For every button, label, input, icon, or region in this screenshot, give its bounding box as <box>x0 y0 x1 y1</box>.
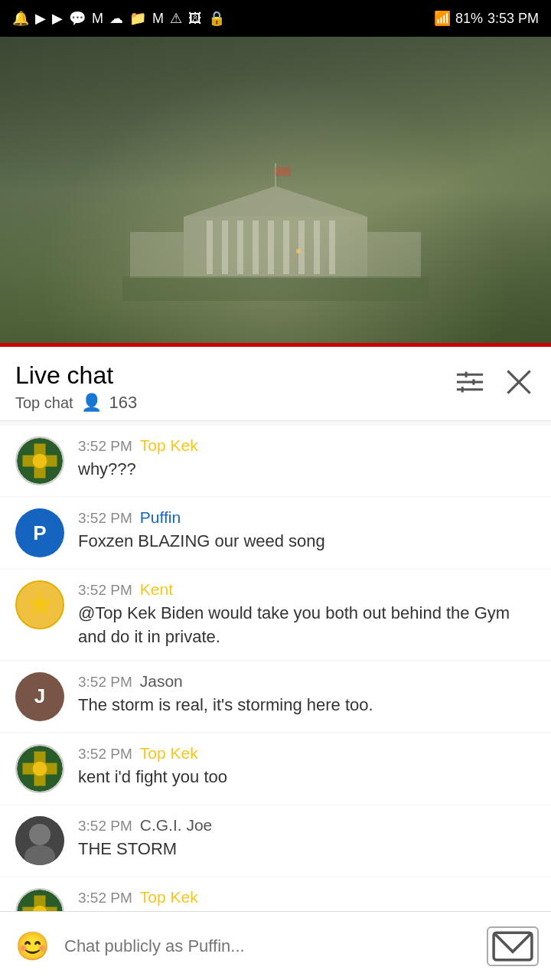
svg-rect-4 <box>237 220 243 274</box>
folder-icon: 📁 <box>129 10 146 27</box>
chat-header-actions <box>453 361 536 399</box>
svg-rect-3 <box>222 220 228 274</box>
live-chat-title: Live chat <box>15 361 137 390</box>
chat-header: Live chat Top chat 👤 163 <box>0 347 551 421</box>
chat-input[interactable] <box>64 926 474 966</box>
message-author: Top Kek <box>140 436 198 455</box>
chat-header-info: Live chat Top chat 👤 163 <box>15 361 137 413</box>
svg-point-17 <box>296 249 301 253</box>
message-author: Jason <box>140 672 183 691</box>
list-item: 3:52 PMTop Kekwhy??? <box>0 426 551 496</box>
message-time: 3:52 PM <box>78 438 132 455</box>
svg-rect-5 <box>253 220 259 274</box>
lock-icon: 🔒 <box>208 10 225 27</box>
message-text: @Top Kek Biden would take you both out b… <box>78 602 536 649</box>
list-item: ★3:52 PMKent@Top Kek Biden would take yo… <box>0 570 551 660</box>
message-icon: 💬 <box>69 10 86 27</box>
emoji-button[interactable]: 😊 <box>12 926 52 966</box>
message-text: why??? <box>78 458 536 482</box>
svg-point-33 <box>33 762 47 776</box>
filter-icon <box>453 365 487 399</box>
close-icon <box>502 365 536 399</box>
message-time: 3:52 PM <box>78 674 132 691</box>
svg-point-29 <box>33 454 47 469</box>
youtube2-icon: ▶ <box>52 10 63 27</box>
wifi-icon: 📶 <box>434 10 451 27</box>
meta-icon: M <box>92 11 103 27</box>
notification-icon: 🔔 <box>12 10 29 27</box>
top-chat-subtitle: Top chat 👤 163 <box>15 393 137 413</box>
send-button[interactable] <box>487 926 539 966</box>
svg-rect-16 <box>122 276 429 301</box>
message-time: 3:52 PM <box>78 510 132 527</box>
video-progress-bar[interactable] <box>0 343 551 347</box>
list-item: P3:52 PMPuffinFoxzen BLAZING our weed so… <box>0 498 551 568</box>
svg-rect-10 <box>329 220 335 274</box>
list-item: 3:52 PMTop Kekkent i'd fight you too <box>0 733 551 804</box>
video-thumbnail <box>122 163 429 301</box>
avatar <box>15 436 64 485</box>
viewer-count: 163 <box>109 393 138 413</box>
status-icons-right: 📶 81% 3:53 PM <box>434 10 539 27</box>
svg-rect-7 <box>283 220 289 274</box>
avatar: P <box>15 508 64 557</box>
time-display: 3:53 PM <box>487 11 539 27</box>
cloud-icon: ☁ <box>109 10 123 27</box>
svg-rect-8 <box>298 220 305 274</box>
message-time: 3:52 PM <box>78 818 132 835</box>
close-button[interactable] <box>502 365 536 399</box>
message-time: 3:52 PM <box>78 746 132 763</box>
warning-icon: ⚠ <box>170 10 182 27</box>
messages-list: 3:52 PMTop Kekwhy???P3:52 PMPuffinFoxzen… <box>0 421 551 980</box>
svg-rect-2 <box>207 220 213 274</box>
svg-rect-12 <box>130 232 184 278</box>
message-author: Kent <box>140 580 173 599</box>
message-author: Top Kek <box>140 888 198 906</box>
list-item: 3:52 PMC.G.I. JoeTHE STORM <box>0 805 551 876</box>
m2-icon: M <box>152 11 164 27</box>
list-item: J3:52 PMJasonThe storm is real, it's sto… <box>0 662 551 732</box>
chat-input-bar: 😊 <box>0 911 551 980</box>
message-time: 3:52 PM <box>78 890 132 906</box>
message-text: Foxzen BLAZING our weed song <box>78 530 536 554</box>
youtube-icon: ▶ <box>35 10 46 27</box>
message-text: THE STORM <box>78 838 536 861</box>
svg-rect-13 <box>367 232 421 278</box>
svg-rect-15 <box>276 167 291 176</box>
status-icons-left: 🔔 ▶ ▶ 💬 M ☁ 📁 M ⚠ 🖼 🔒 <box>12 10 225 27</box>
svg-point-35 <box>29 824 51 845</box>
filter-button[interactable] <box>453 365 487 399</box>
message-author: Puffin <box>140 508 181 527</box>
svg-rect-6 <box>268 220 274 274</box>
message-text: The storm is real, it's storming here to… <box>78 694 536 717</box>
message-author: C.G.I. Joe <box>140 816 213 835</box>
avatar: J <box>15 672 64 721</box>
send-icon <box>488 922 537 971</box>
message-author: Top Kek <box>140 744 198 763</box>
viewer-icon: 👤 <box>81 393 102 413</box>
svg-rect-9 <box>314 220 320 274</box>
status-bar: 🔔 ▶ ▶ 💬 M ☁ 📁 M ⚠ 🖼 🔒 📶 81% 3:53 PM <box>0 0 551 37</box>
message-time: 3:52 PM <box>78 582 132 599</box>
message-text: kent i'd fight you too <box>78 766 536 789</box>
avatar <box>15 744 64 793</box>
video-player[interactable] <box>0 37 551 347</box>
battery-percent: 81% <box>455 11 483 27</box>
image-icon: 🖼 <box>188 11 202 27</box>
avatar <box>15 816 64 865</box>
top-chat-label: Top chat <box>15 394 73 412</box>
avatar: ★ <box>15 580 64 629</box>
